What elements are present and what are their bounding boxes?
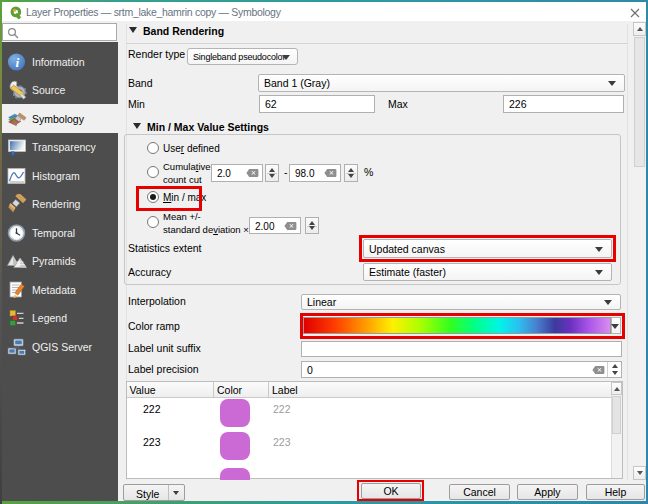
svg-text:i: i (15, 54, 19, 69)
